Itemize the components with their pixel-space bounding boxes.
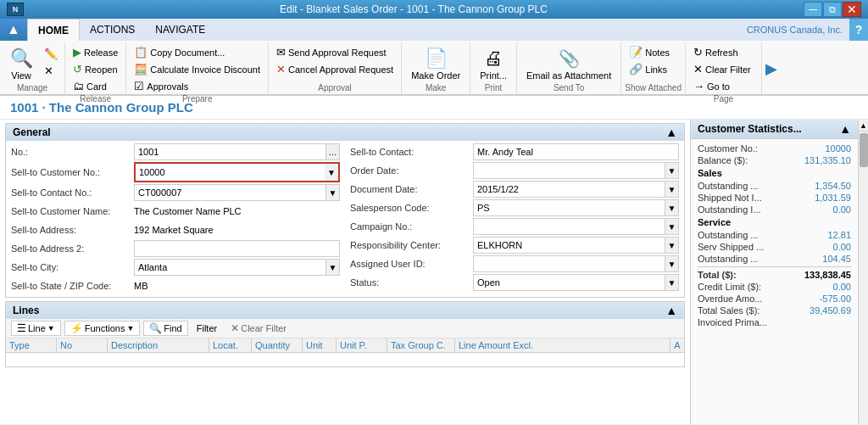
general-collapse-icon: ▲ <box>665 126 677 139</box>
ribbon-nav-arrow[interactable]: ▶ <box>762 42 781 94</box>
sell-to-contact-input[interactable] <box>473 143 679 160</box>
functions-btn[interactable]: ⚡ Functions ▼ <box>64 321 141 336</box>
edit-icon[interactable]: ✏️ <box>41 46 61 62</box>
links-btn[interactable]: 🔗 Links <box>625 61 682 77</box>
showattached-label: Show Attached <box>625 83 682 92</box>
clear-filter-btn[interactable]: ✕ Clear Filter <box>689 61 758 77</box>
assigned-user-id-input[interactable] <box>473 255 665 272</box>
responsibility-center-dropdown[interactable]: ▼ <box>665 237 679 254</box>
make-order-btn[interactable]: 📄 Make Order <box>405 44 466 83</box>
order-date-dropdown[interactable]: ▼ <box>665 162 679 179</box>
title-bar-text: Edit - Blanket Sales Order - 1001 - The … <box>24 3 804 15</box>
sell-to-city-dropdown[interactable]: ▼ <box>326 259 340 276</box>
document-date-dropdown[interactable]: ▼ <box>665 181 679 198</box>
general-left-col: No.: … Sell-to Customer No.: ▼ <box>6 143 345 295</box>
sell-to-contact-label: Sell-to Contact: <box>350 147 473 157</box>
find-icon: 🔍 <box>149 322 162 334</box>
nav-home-btn[interactable]: ▲ <box>0 19 27 41</box>
general-section-header[interactable]: General ▲ <box>6 124 684 141</box>
view-btn[interactable]: 🔍 View <box>3 44 39 83</box>
sell-to-customer-no-dropdown[interactable]: ▼ <box>325 164 338 181</box>
salesperson-code-dropdown[interactable]: ▼ <box>665 199 679 216</box>
ribbon-group-approval: ✉ Send Approval Request ✕ Cancel Approva… <box>269 42 402 94</box>
lines-columns-header: Type No Description Locat. Quantity Unit… <box>6 338 684 353</box>
send-approval-btn[interactable]: ✉ Send Approval Request <box>272 44 398 60</box>
sell-to-address2-label: Sell-to Address 2: <box>11 243 134 254</box>
refresh-btn[interactable]: ↻ Refresh <box>689 44 758 60</box>
assigned-user-id-dropdown[interactable]: ▼ <box>665 255 679 272</box>
no-lookup-btn[interactable]: … <box>326 143 340 160</box>
lines-section: Lines ▲ ☰ Line ▼ ⚡ Functions ▼ <box>5 301 685 367</box>
lines-clear-filter-btn[interactable]: ✕ Clear Filter <box>225 322 292 335</box>
sell-to-customer-no-label: Sell-to Customer No.: <box>11 167 134 177</box>
customer-stats-panel: Customer Statistics... ▲ Customer No.: 1… <box>690 120 868 424</box>
cust-stats-header[interactable]: Customer Statistics... ▲ <box>691 120 858 139</box>
email-attachment-btn[interactable]: 📎 Email as Attachment <box>520 44 617 83</box>
tab-navigate[interactable]: NAVIGATE <box>145 19 215 41</box>
clear-filter-icon: ✕ <box>231 322 239 334</box>
col-quantity: Quantity <box>252 338 303 352</box>
release-btn[interactable]: ▶ Release <box>69 44 122 60</box>
col-unit-price: Unit P. <box>337 338 387 352</box>
line-btn[interactable]: ☰ Line ▼ <box>11 321 61 336</box>
general-section: General ▲ No.: … Sel <box>5 123 685 298</box>
make-label: Make <box>405 83 466 92</box>
minimize-btn[interactable]: ─ <box>804 2 822 17</box>
find-btn[interactable]: 🔍 Find <box>143 321 187 336</box>
sell-to-city-input[interactable] <box>134 259 326 276</box>
title-bar: N Edit - Blanket Sales Order - 1001 - Th… <box>0 0 868 19</box>
delete-icon[interactable]: ✕ <box>41 63 61 79</box>
salesperson-code-input[interactable] <box>473 199 665 216</box>
status-dropdown[interactable]: ▼ <box>665 274 679 291</box>
close-btn[interactable]: ✕ <box>843 2 861 17</box>
col-no: No <box>57 338 108 352</box>
ribbon-group-manage: 🔍 View ✏️ ✕ Manage <box>0 42 65 94</box>
document-date-input[interactable] <box>473 181 665 198</box>
tab-home[interactable]: HOME <box>27 19 80 41</box>
responsibility-center-input[interactable] <box>473 237 665 254</box>
filter-btn[interactable]: Filter <box>192 322 222 334</box>
functions-arrow-icon: ▼ <box>126 324 134 333</box>
card-btn[interactable]: 🗂 Card <box>69 78 122 94</box>
help-btn[interactable]: ? <box>849 19 868 41</box>
general-right-col: Sell-to Contact: Order Date: ▼ Document … <box>345 143 684 295</box>
tab-actions[interactable]: ACTIONS <box>80 19 145 41</box>
campaign-no-input[interactable] <box>473 218 665 235</box>
order-date-input[interactable] <box>473 162 665 179</box>
col-tax-group: Tax Group C. <box>387 338 455 352</box>
copy-doc-btn[interactable]: 📋 Copy Document... <box>130 44 264 60</box>
sell-to-contact-no-input[interactable] <box>134 184 326 201</box>
reopen-btn[interactable]: ↺ Reopen <box>69 61 122 77</box>
sell-to-contact-no-dropdown[interactable]: ▼ <box>326 184 340 201</box>
manage-label: Manage <box>3 83 61 92</box>
print-btn[interactable]: 🖨 Print... <box>474 44 513 83</box>
no-input[interactable] <box>134 143 326 160</box>
ribbon-group-print: 🖨 Print... Print <box>470 42 517 94</box>
ribbon-group-prepare: 📋 Copy Document... 🧮 Calculate Invoice D… <box>126 42 269 94</box>
restore-btn[interactable]: ⧉ <box>823 2 842 17</box>
ribbon-group-sendto: 📎 Email as Attachment Send To <box>517 42 621 94</box>
lines-toolbar: ☰ Line ▼ ⚡ Functions ▼ 🔍 Find Filter <box>6 319 684 338</box>
col-unit: Unit <box>303 338 337 352</box>
campaign-no-dropdown[interactable]: ▼ <box>665 218 679 235</box>
lines-section-header[interactable]: Lines ▲ <box>6 302 684 319</box>
sell-to-address2-input[interactable] <box>134 240 340 257</box>
line-arrow-icon: ▼ <box>47 324 55 333</box>
approvals-btn[interactable]: ☑ Approvals <box>130 78 264 94</box>
sell-to-state-zip-value: MB <box>134 281 148 291</box>
sell-to-customer-name-label: Sell-to Customer Name: <box>11 206 134 216</box>
sell-to-address-value: 192 Market Square <box>134 225 214 235</box>
manage-extra-btns: ✏️ ✕ <box>41 44 61 79</box>
status-input[interactable] <box>473 274 665 291</box>
notes-btn[interactable]: 📝 Notes <box>625 44 682 60</box>
sell-to-customer-name-value: The Customer Name PLC <box>134 206 242 216</box>
sell-to-customer-no-input[interactable] <box>136 164 325 181</box>
goto-btn[interactable]: → Go to <box>689 78 758 94</box>
right-panel-scrollbar[interactable]: ▲ <box>858 120 868 424</box>
ribbon-group-make: 📄 Make Order Make <box>402 42 470 94</box>
calc-inv-disc-btn[interactable]: 🧮 Calculate Invoice Discount <box>130 61 264 77</box>
ribbon-group-page: ↻ Refresh ✕ Clear Filter → Go to Page <box>686 42 762 94</box>
window-controls: ─ ⧉ ✕ <box>804 2 861 17</box>
cancel-approval-btn[interactable]: ✕ Cancel Approval Request <box>272 61 398 77</box>
ribbon-group-showattached: 📝 Notes 🔗 Links Show Attached <box>621 42 686 94</box>
